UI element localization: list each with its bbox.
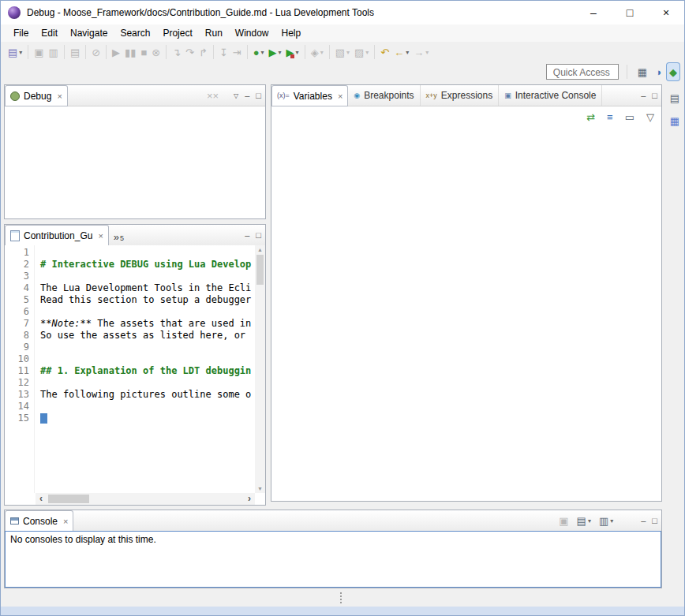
vertical-scroll-thumb[interactable]	[256, 255, 264, 285]
tab-debug[interactable]: Debug ×	[5, 85, 68, 106]
code-line[interactable]	[40, 377, 255, 389]
lua-perspective-button[interactable]: ◑	[653, 63, 664, 80]
minimize-window-button[interactable]: –	[575, 1, 612, 24]
skip-all-breakpoints-button[interactable]: ⊘	[89, 43, 103, 61]
dropdown-arrow-icon: ▾	[425, 49, 429, 56]
view-menu-icon[interactable]: ▽	[234, 92, 238, 99]
code-line[interactable]: The following pictures outline some o	[40, 389, 255, 401]
code-text: **Note:**	[40, 318, 92, 329]
disconnect-button[interactable]: ⊗	[149, 43, 163, 61]
code-line[interactable]	[40, 342, 255, 353]
horizontal-scrollbar[interactable]: ‹ ›	[36, 493, 255, 505]
line-number: 6	[5, 306, 29, 318]
statusbar-grip[interactable]	[340, 592, 342, 603]
open-search-button[interactable]: ◈▾	[309, 43, 326, 61]
quick-access-box[interactable]: Quick Access	[546, 64, 619, 80]
step-into-button[interactable]: ↴	[170, 43, 183, 61]
code-line[interactable]	[40, 413, 255, 424]
tab-breakpoints[interactable]: ◉Breakpoints	[348, 85, 420, 106]
back-button[interactable]: ←▾	[391, 43, 411, 61]
resume-button[interactable]: ▶	[110, 43, 122, 61]
vertical-scrollbar[interactable]: ▲ ▼	[255, 245, 265, 493]
scroll-left-icon[interactable]: ‹	[36, 493, 47, 505]
maximize-icon[interactable]: □	[652, 517, 657, 525]
menu-item-edit[interactable]: Edit	[35, 26, 64, 40]
open-console-button[interactable]: ▤▾	[575, 512, 593, 529]
menu-item-navigate[interactable]: Navigate	[64, 26, 114, 40]
run-button[interactable]: ▶▾	[267, 43, 284, 61]
code-line[interactable]: # Interactive DEBUG using Lua Develop	[40, 259, 255, 271]
code-line[interactable]: **Note:** The assets that are used in	[40, 318, 255, 330]
menu-item-run[interactable]: Run	[199, 26, 229, 40]
drop-to-frame-button[interactable]: ↧	[217, 43, 230, 61]
maximize-icon[interactable]: □	[256, 231, 261, 240]
save-button[interactable]: ▣	[32, 43, 46, 61]
view-menu-button[interactable]: ▽	[644, 108, 657, 125]
menu-item-project[interactable]: Project	[156, 26, 198, 40]
terminate-button[interactable]: ■	[138, 43, 149, 61]
minimize-icon[interactable]: –	[641, 91, 646, 100]
code-line[interactable]	[40, 353, 255, 365]
new-lua-file-button[interactable]: ▧▾	[333, 43, 352, 61]
remove-all-terminated-button[interactable]: ××	[204, 87, 221, 104]
tab-contribution-guide[interactable]: Contribution_Gu ×	[5, 225, 109, 246]
code-line[interactable]	[40, 306, 255, 318]
use-step-filters-button[interactable]: ⇥	[230, 43, 244, 61]
code-line[interactable]: ## 1. Explanation of the LDT debuggin	[40, 365, 255, 377]
scroll-right-icon[interactable]: ›	[244, 493, 255, 505]
scroll-up-icon[interactable]: ▲	[255, 247, 265, 252]
scroll-down-icon[interactable]: ▼	[255, 486, 265, 491]
print-button[interactable]: ▤	[68, 43, 82, 61]
show-logical-structure-button[interactable]: ⇄	[584, 108, 597, 125]
horizontal-scroll-thumb[interactable]	[48, 495, 89, 503]
editor-tab-overflow[interactable]: » 5	[109, 225, 129, 245]
close-icon[interactable]: ×	[57, 91, 62, 101]
code-line[interactable]	[40, 271, 255, 282]
display-selected-console-button[interactable]: ▥▾	[597, 512, 616, 529]
debug-perspective-button[interactable]: ◆	[667, 63, 679, 80]
menu-item-help[interactable]: Help	[275, 26, 308, 40]
restore-view-button[interactable]: ▤	[668, 89, 682, 106]
minimize-icon[interactable]: –	[245, 91, 249, 100]
minimize-icon[interactable]: –	[245, 231, 249, 240]
new-wizard-button[interactable]: ▤▾	[6, 43, 24, 61]
menu-item-file[interactable]: File	[7, 26, 35, 40]
debug-button[interactable]: ●▾	[251, 43, 267, 61]
code-line[interactable]	[40, 401, 255, 413]
external-tools-button[interactable]: ▶▾	[284, 43, 301, 61]
code-line[interactable]: So use the assets as listed here, or	[40, 330, 255, 342]
menu-item-window[interactable]: Window	[229, 26, 275, 40]
minimize-icon[interactable]: –	[641, 517, 646, 525]
suspend-button[interactable]: ▮▮	[122, 43, 138, 61]
maximize-window-button[interactable]: □	[612, 1, 648, 24]
menu-item-search[interactable]: Search	[114, 26, 156, 40]
show-type-names-icon: ≡	[607, 112, 613, 122]
show-type-names-button[interactable]: ≡	[605, 108, 616, 125]
hidden-tab-count: 5	[120, 235, 124, 242]
tab-expressions[interactable]: x+yExpressions	[421, 85, 500, 106]
tab-interactive-console[interactable]: ▣Interactive Console	[499, 85, 602, 106]
maximize-icon[interactable]: □	[256, 91, 261, 100]
maximize-icon[interactable]: □	[652, 91, 657, 100]
save-all-button[interactable]: ▥	[47, 43, 61, 61]
close-window-button[interactable]: ×	[648, 1, 684, 24]
close-icon[interactable]: ×	[63, 517, 68, 526]
forward-button[interactable]: →▾	[411, 43, 431, 61]
console-body[interactable]: No consoles to display at this time.	[5, 531, 661, 588]
close-icon[interactable]: ×	[338, 91, 342, 101]
code-line[interactable]	[40, 247, 255, 259]
last-edit-location-button[interactable]: ↶	[378, 43, 391, 61]
tab-console[interactable]: Console ×	[5, 510, 73, 532]
open-element-button[interactable]: ▨▾	[352, 43, 371, 61]
open-perspective-button[interactable]: ▦	[635, 63, 649, 80]
minimized-view-button[interactable]: ▦	[668, 112, 682, 129]
pin-console-button[interactable]: ▣	[556, 512, 571, 529]
close-icon[interactable]: ×	[98, 231, 103, 241]
code-line[interactable]: Read this section to setup a debugger	[40, 294, 255, 306]
code-line[interactable]: The Lua Development Tools in the Ecli	[40, 282, 255, 294]
step-return-button[interactable]: ↱	[197, 43, 210, 61]
tab-variables[interactable]: (x)=Variables×	[271, 85, 348, 106]
collapse-all-button[interactable]: ▭	[623, 108, 637, 125]
step-over-button[interactable]: ↷	[183, 43, 197, 61]
code-area[interactable]: # Interactive DEBUG using Lua DevelopThe…	[36, 245, 255, 493]
